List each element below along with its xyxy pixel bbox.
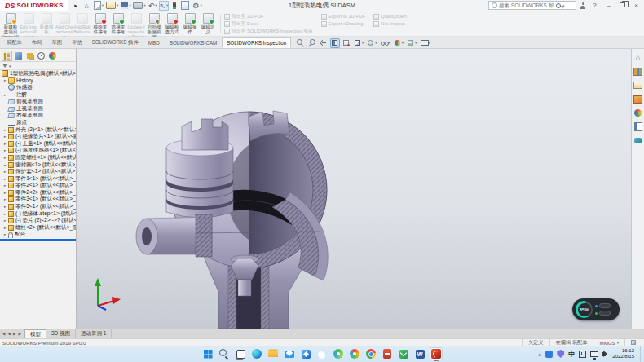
commandmanager-tab[interactable]: 评估 [67, 37, 87, 48]
headsup-button[interactable]: ▾ [380, 38, 391, 48]
manager-tab[interactable] [47, 51, 58, 61]
tree-item[interactable]: ▸ (-) 绝缘体.step<1> (默认<<默认>_ [0, 210, 76, 218]
commandmanager-tab[interactable]: 装配体 [2, 37, 27, 48]
ribbon-button[interactable]: Add/Edit Balloons [73, 11, 91, 36]
manager-tab[interactable] [2, 51, 12, 61]
export-button[interactable]: 导出至 2D PDF [224, 13, 313, 20]
tree-item[interactable]: ▸ 零件2<1> (默认<<默认>_显示状 [0, 183, 76, 190]
headsup-button[interactable] [307, 38, 317, 48]
taskbar-icon[interactable] [218, 347, 231, 360]
commandmanager-tab[interactable]: 布局 [27, 37, 47, 48]
viewport[interactable]: 35% [77, 49, 631, 329]
task-pane-tab[interactable] [633, 81, 642, 90]
restore-button[interactable] [617, 1, 628, 11]
tree-item[interactable]: ▸ 零件1<1> (默认<<默认>_显示状态 [0, 175, 76, 183]
ribbon-button[interactable]: Add Characteristic [55, 11, 73, 36]
tab-scroll-arrow[interactable]: ◀ [7, 332, 11, 336]
quick-access-button[interactable]: ▸ [72, 1, 82, 11]
volume-icon[interactable] [602, 352, 606, 356]
shield-icon[interactable] [557, 350, 564, 358]
document-tab[interactable]: 模型 [24, 329, 46, 338]
taskbar-icon[interactable] [267, 347, 280, 360]
tab-scroll-arrow[interactable]: ▶ [17, 332, 21, 336]
export-button[interactable]: 导出至 SOLIDWORKS Inspection 项目 [224, 28, 313, 34]
taskbar-icon[interactable] [201, 347, 214, 360]
commandmanager-tab[interactable]: 草图 [46, 37, 67, 48]
tree-item[interactable]: ▸ 零件2<2> (默认<<默认>_显示状 [0, 189, 76, 196]
taskbar-icon[interactable] [381, 347, 394, 360]
taskbar-icon[interactable] [364, 347, 377, 360]
taskbar-icon[interactable] [332, 347, 345, 360]
tree-item[interactable]: 原点 [0, 119, 76, 126]
export-button[interactable]: Export to 3D PDF [321, 13, 365, 20]
tree-item[interactable]: ▸ 密封圈<1> (默认<<默认>_显示状 [0, 161, 76, 169]
search-box[interactable]: ▾ [488, 1, 576, 10]
quick-access-button[interactable]: ▾ [120, 1, 131, 11]
manager-tab[interactable] [13, 51, 24, 61]
commandmanager-tab[interactable]: SOLIDWORKS 插件 [87, 37, 143, 48]
taskbar-icon[interactable] [234, 347, 247, 360]
close-button[interactable]: × [631, 1, 642, 11]
headsup-button[interactable]: ▾ [353, 38, 364, 48]
taskbar-clock[interactable]: 16:12 2022/8/15 [612, 348, 634, 360]
screen-recorder-overlay[interactable]: 35% [572, 298, 620, 320]
task-pane-tab[interactable] [633, 95, 642, 104]
headsup-button[interactable] [342, 38, 351, 48]
ribbon-button[interactable]: 新建模板 [37, 11, 55, 36]
tree-item[interactable]: ▸ 保护套<1> (默认<<默认>_显示状 [0, 168, 76, 175]
quick-access-button[interactable] [180, 1, 191, 11]
quick-access-button[interactable]: ⌂ [82, 1, 92, 11]
task-pane-tab[interactable] [633, 53, 642, 62]
tree-item[interactable]: 右视基准面 [0, 113, 76, 120]
tab-scroll-arrow[interactable]: ◀ [2, 332, 6, 336]
taskbar-icon[interactable] [397, 347, 410, 360]
show-desktop-button[interactable] [640, 346, 642, 362]
task-pane-tab[interactable] [633, 108, 642, 117]
tree-item[interactable]: ▸ 注解 [0, 91, 76, 99]
display-tray-icon[interactable] [590, 351, 598, 357]
export-button[interactable]: Net-Inspect [373, 20, 407, 27]
ime-language-indicator[interactable]: 中 [568, 350, 575, 359]
document-tab[interactable]: 运动算例 1 [76, 329, 112, 338]
quick-access-button[interactable]: ▾ [93, 1, 104, 11]
tree-item[interactable]: ▸ (-) 绝缘垫片<1> (默认<<默认>_显 [0, 133, 76, 140]
ribbon-button[interactable]: 选择零件序号 [109, 11, 127, 36]
ribbon-button[interactable]: 启动模板编辑器 [145, 11, 163, 36]
tree-item[interactable]: ▸ 配合 [0, 232, 76, 239]
tree-item[interactable]: 前视基准面 [0, 98, 76, 105]
headsup-button[interactable]: ▾ [406, 38, 417, 48]
quick-access-button[interactable]: ↶ ▾ [148, 1, 158, 11]
ribbon-button[interactable]: 编辑操作 [181, 11, 199, 36]
ribbon-button[interactable]: 新建检查项目 (amp;N) [2, 11, 20, 36]
tree-item[interactable]: ▸ 外壳 (2)<1> (默认<<默认>_显示状 [0, 126, 76, 134]
export-button[interactable]: QualityXpert [373, 13, 407, 20]
ribbon-button[interactable]: Update Inspection Project [127, 11, 145, 36]
export-button[interactable]: 导出至 Excel [224, 20, 313, 27]
filter-icon[interactable] [2, 64, 7, 68]
quick-access-button[interactable]: ⚙ ▾ [192, 1, 202, 11]
tree-item[interactable]: ▸ 螺栓<2> (默认<<默认>_显示状态 [0, 224, 76, 232]
recorder-button[interactable] [599, 303, 611, 308]
quick-access-button[interactable]: ▾ [132, 1, 146, 11]
ime-mode-icon[interactable] [579, 351, 586, 358]
tree-item[interactable]: 传感器 [0, 84, 76, 91]
tray-app-icon[interactable] [545, 351, 553, 358]
taskbar-icon[interactable] [283, 347, 296, 360]
rollback-bar[interactable] [0, 239, 76, 241]
quick-access-button[interactable]: ▾ [105, 1, 119, 11]
manager-tab[interactable] [24, 51, 35, 61]
commandmanager-tab[interactable]: SOLIDWORKS Inspection [222, 37, 291, 48]
search-input[interactable] [499, 2, 554, 8]
headsup-button[interactable]: ▾ [393, 38, 404, 48]
login-icon[interactable] [580, 2, 586, 9]
status-units[interactable]: MMGS ▾ [593, 339, 624, 346]
tree-item[interactable]: ▸ 固定螺栓<1> (默认<<默认>_显示 [0, 154, 76, 161]
tree-item[interactable]: ▸ (-) 垫片 (2)<2> ->? (默认<<默认> [0, 217, 76, 224]
task-pane-tab[interactable] [633, 136, 642, 145]
headsup-button[interactable] [330, 38, 340, 48]
tree-item[interactable]: ▸ (-) 上盖<1> (默认<<默认>_显示状 [0, 140, 76, 148]
quick-access-button[interactable]: ↖ ▾ [159, 1, 170, 11]
tree-root-item[interactable]: 1型铠装热电偶 (默认<默认>_显示状态-1 [0, 70, 76, 77]
filter-caret-icon[interactable]: ▾ [9, 64, 11, 68]
export-button[interactable]: Export eDrawing [321, 20, 365, 27]
